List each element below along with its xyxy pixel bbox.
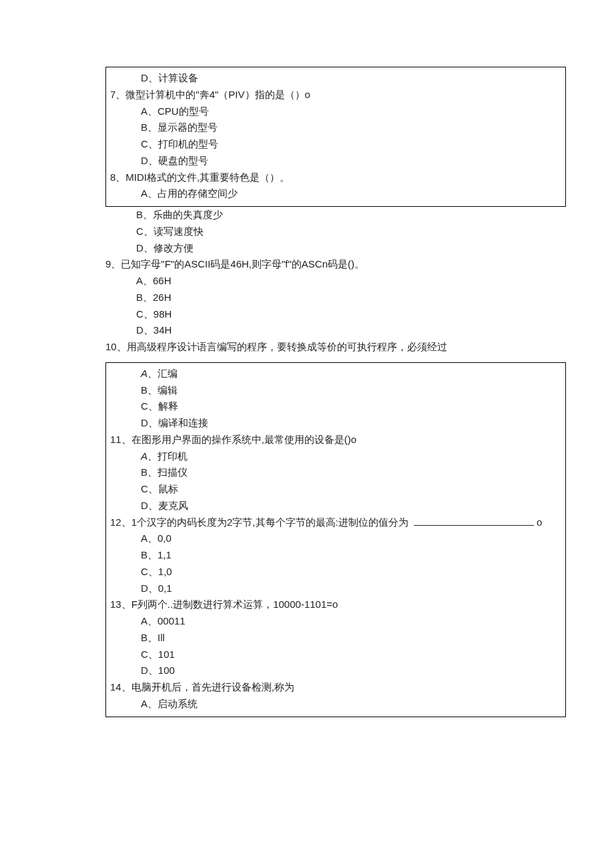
q10-option-a: A、汇编 xyxy=(110,366,561,382)
q12-stem: 12、1个汉字的内码长度为2字节,其每个字节的最高:进制位的值分为 o xyxy=(110,514,561,531)
q14-stem: 14、电脑开机后，首先进行设备检测,称为 xyxy=(110,679,561,696)
q12-option-d: D、0,1 xyxy=(110,580,561,597)
q9-option-a: A、66H xyxy=(105,273,566,290)
q9-stem: 9、已知字母"F"的ASCII码是46H,则字母"f"的ASCn码是()。 xyxy=(105,256,566,273)
q12-option-b: B、1,1 xyxy=(110,547,561,564)
q9-option-c: C、98H xyxy=(105,306,566,323)
q10-option-a-text: 、汇编 xyxy=(147,368,178,379)
q7-option-b: B、显示器的型号 xyxy=(110,119,561,136)
spacer xyxy=(40,356,574,362)
q13-option-d: D、100 xyxy=(110,663,561,679)
q9-option-b: B、26H xyxy=(105,290,566,306)
q7-stem: 7、微型计算机中的"奔4"（PIV）指的是（）o xyxy=(110,87,561,103)
top-bordered-block: D、计算设备 7、微型计算机中的"奔4"（PIV）指的是（）o A、CPU的型号… xyxy=(105,67,566,207)
q11-option-b: B、扫描仪 xyxy=(110,464,561,481)
q11-option-a: A、打印机 xyxy=(110,448,561,465)
letter-a-italic: A xyxy=(141,368,147,379)
q8-stem: 8、MIDI格式的文件,其重要特色是（）。 xyxy=(110,169,561,186)
q11-stem: 11、在图形用户界面的操作系统中,最常使用的设备是()o xyxy=(110,432,561,448)
blank-underline xyxy=(414,515,534,526)
q11-option-c: C、鼠标 xyxy=(110,481,561,498)
bottom-bordered-block: A、汇编 B、编辑 C、解释 D、编译和连接 11、在图形用户界面的操作系统中,… xyxy=(105,362,566,717)
q12-option-c: C、1,0 xyxy=(110,564,561,580)
q14-option-a: A、启动系统 xyxy=(110,696,561,713)
q11-option-d: D、麦克风 xyxy=(110,498,561,514)
q13-stem: 13、F列两个..进制数进行算术运算，10000-1101=o xyxy=(110,596,561,613)
q12-option-a: A、0,0 xyxy=(110,530,561,547)
q8-option-b: B、乐曲的失真度少 xyxy=(105,207,566,224)
q12-stem-pre: 12、1个汉字的内码长度为2字节,其每个字节的最高:进制位的值分为 xyxy=(110,516,411,528)
q10-option-d: D、编译和连接 xyxy=(110,415,561,432)
q8-option-c: C、读写速度快 xyxy=(105,224,566,240)
q7-option-d: D、硬盘的型号 xyxy=(110,153,561,169)
letter-a-italic: A xyxy=(141,450,147,462)
middle-open-block: B、乐曲的失真度少 C、读写速度快 D、修改方便 9、已知字母"F"的ASCII… xyxy=(105,207,566,356)
document-page: D、计算设备 7、微型计算机中的"奔4"（PIV）指的是（）o A、CPU的型号… xyxy=(0,0,614,868)
q11-option-a-text: 、打印机 xyxy=(147,450,188,462)
q13-option-c: C、101 xyxy=(110,646,561,663)
q7-option-a: A、CPU的型号 xyxy=(110,103,561,120)
q10-option-c: C、解释 xyxy=(110,398,561,415)
q6-option-d: D、计算设备 xyxy=(110,70,561,87)
q13-option-b: B、Ill xyxy=(110,630,561,646)
q10-option-b: B、编辑 xyxy=(110,382,561,399)
q13-option-a: A、00011 xyxy=(110,613,561,630)
q9-option-d: D、34H xyxy=(105,322,566,339)
q8-option-d: D、修改方便 xyxy=(105,240,566,257)
q10-stem: 10、用高级程序设计语言编写的程序，要转换成等价的可执行程序，必须经过 xyxy=(105,339,566,356)
q8-option-a: A、占用的存储空间少 xyxy=(110,185,561,202)
q7-option-c: C、打印机的型号 xyxy=(110,136,561,153)
q12-stem-suf: o xyxy=(537,516,542,528)
